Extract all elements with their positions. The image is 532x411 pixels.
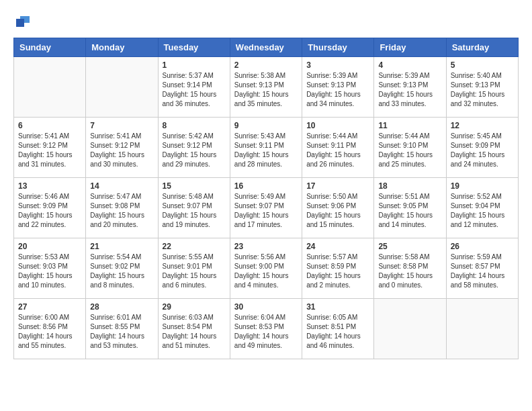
- calendar-cell: 11Sunrise: 5:44 AM Sunset: 9:10 PM Dayli…: [374, 118, 446, 178]
- calendar-cell: [374, 299, 446, 359]
- day-info: Sunrise: 6:04 AM Sunset: 8:53 PM Dayligh…: [234, 313, 298, 351]
- page-header: [13, 13, 519, 27]
- calendar-cell: 10Sunrise: 5:44 AM Sunset: 9:11 PM Dayli…: [302, 118, 374, 178]
- calendar-cell: 27Sunrise: 6:00 AM Sunset: 8:56 PM Dayli…: [14, 299, 86, 359]
- day-number: 8: [163, 121, 226, 130]
- calendar-cell: 24Sunrise: 5:57 AM Sunset: 8:59 PM Dayli…: [302, 238, 374, 299]
- day-number: 1: [163, 60, 226, 70]
- day-number: 25: [378, 242, 441, 251]
- day-number: 27: [18, 302, 81, 312]
- calendar-cell: [446, 299, 518, 359]
- day-number: 23: [234, 242, 298, 251]
- day-info: Sunrise: 6:00 AM Sunset: 8:56 PM Dayligh…: [18, 313, 81, 351]
- day-number: 2: [234, 60, 298, 70]
- calendar-cell: 31Sunrise: 6:05 AM Sunset: 8:51 PM Dayli…: [302, 299, 374, 359]
- calendar-cell: 2Sunrise: 5:38 AM Sunset: 9:13 PM Daylig…: [230, 57, 302, 118]
- day-number: 29: [163, 302, 226, 312]
- calendar-cell: 30Sunrise: 6:04 AM Sunset: 8:53 PM Dayli…: [230, 299, 302, 359]
- day-info: Sunrise: 5:39 AM Sunset: 9:13 PM Dayligh…: [378, 71, 441, 109]
- day-info: Sunrise: 5:39 AM Sunset: 9:13 PM Dayligh…: [306, 71, 369, 109]
- calendar-week-row: 27Sunrise: 6:00 AM Sunset: 8:56 PM Dayli…: [14, 299, 519, 359]
- calendar-table: SundayMondayTuesdayWednesdayThursdayFrid…: [13, 38, 519, 359]
- day-info: Sunrise: 5:44 AM Sunset: 9:11 PM Dayligh…: [306, 132, 369, 169]
- day-info: Sunrise: 5:53 AM Sunset: 9:03 PM Dayligh…: [18, 253, 81, 290]
- calendar-week-row: 6Sunrise: 5:41 AM Sunset: 9:12 PM Daylig…: [14, 118, 519, 178]
- day-info: Sunrise: 5:57 AM Sunset: 8:59 PM Dayligh…: [306, 253, 369, 290]
- calendar-cell: 29Sunrise: 6:03 AM Sunset: 8:54 PM Dayli…: [158, 299, 230, 359]
- calendar-cell: 8Sunrise: 5:42 AM Sunset: 9:12 PM Daylig…: [158, 118, 230, 178]
- calendar-cell: 14Sunrise: 5:47 AM Sunset: 9:08 PM Dayli…: [86, 178, 158, 238]
- day-number: 12: [451, 121, 514, 130]
- day-number: 13: [18, 181, 81, 191]
- day-number: 16: [234, 181, 298, 191]
- calendar-cell: [14, 57, 86, 118]
- day-number: 30: [234, 302, 298, 312]
- day-number: 3: [306, 60, 369, 70]
- calendar-cell: 20Sunrise: 5:53 AM Sunset: 9:03 PM Dayli…: [14, 238, 86, 299]
- day-of-week-header: Wednesday: [230, 38, 302, 57]
- day-number: 19: [451, 181, 514, 191]
- day-info: Sunrise: 5:42 AM Sunset: 9:12 PM Dayligh…: [163, 132, 226, 169]
- calendar-cell: 5Sunrise: 5:40 AM Sunset: 9:13 PM Daylig…: [446, 57, 518, 118]
- day-info: Sunrise: 5:56 AM Sunset: 9:00 PM Dayligh…: [234, 253, 298, 290]
- day-info: Sunrise: 6:03 AM Sunset: 8:54 PM Dayligh…: [163, 313, 226, 351]
- day-number: 11: [378, 121, 441, 130]
- calendar-week-row: 20Sunrise: 5:53 AM Sunset: 9:03 PM Dayli…: [14, 238, 519, 299]
- day-of-week-header: Saturday: [446, 38, 518, 57]
- logo-icon: [15, 13, 31, 30]
- calendar-cell: 3Sunrise: 5:39 AM Sunset: 9:13 PM Daylig…: [302, 57, 374, 118]
- day-info: Sunrise: 5:45 AM Sunset: 9:09 PM Dayligh…: [451, 132, 514, 169]
- day-info: Sunrise: 5:54 AM Sunset: 9:02 PM Dayligh…: [90, 253, 153, 290]
- day-info: Sunrise: 5:49 AM Sunset: 9:07 PM Dayligh…: [234, 192, 298, 230]
- day-number: 24: [306, 242, 369, 251]
- calendar-cell: 25Sunrise: 5:58 AM Sunset: 8:58 PM Dayli…: [374, 238, 446, 299]
- day-info: Sunrise: 5:55 AM Sunset: 9:01 PM Dayligh…: [163, 253, 226, 290]
- day-of-week-header: Sunday: [14, 38, 86, 57]
- day-info: Sunrise: 5:48 AM Sunset: 9:07 PM Dayligh…: [163, 192, 226, 230]
- day-info: Sunrise: 5:58 AM Sunset: 8:58 PM Dayligh…: [378, 253, 441, 290]
- calendar-cell: 17Sunrise: 5:50 AM Sunset: 9:06 PM Dayli…: [302, 178, 374, 238]
- calendar-cell: 28Sunrise: 6:01 AM Sunset: 8:55 PM Dayli…: [86, 299, 158, 359]
- calendar-week-row: 13Sunrise: 5:46 AM Sunset: 9:09 PM Dayli…: [14, 178, 519, 238]
- calendar-cell: 9Sunrise: 5:43 AM Sunset: 9:11 PM Daylig…: [230, 118, 302, 178]
- calendar-cell: 4Sunrise: 5:39 AM Sunset: 9:13 PM Daylig…: [374, 57, 446, 118]
- day-info: Sunrise: 5:41 AM Sunset: 9:12 PM Dayligh…: [18, 132, 81, 169]
- calendar-cell: 23Sunrise: 5:56 AM Sunset: 9:00 PM Dayli…: [230, 238, 302, 299]
- day-number: 17: [306, 181, 369, 191]
- calendar-cell: 1Sunrise: 5:37 AM Sunset: 9:14 PM Daylig…: [158, 57, 230, 118]
- day-number: 28: [90, 302, 153, 312]
- day-number: 6: [18, 121, 81, 130]
- day-number: 4: [378, 60, 441, 70]
- day-info: Sunrise: 5:43 AM Sunset: 9:11 PM Dayligh…: [234, 132, 298, 169]
- day-number: 22: [163, 242, 226, 251]
- day-number: 20: [18, 242, 81, 251]
- day-info: Sunrise: 5:44 AM Sunset: 9:10 PM Dayligh…: [378, 132, 441, 169]
- calendar-cell: 22Sunrise: 5:55 AM Sunset: 9:01 PM Dayli…: [158, 238, 230, 299]
- calendar-cell: 13Sunrise: 5:46 AM Sunset: 9:09 PM Dayli…: [14, 178, 86, 238]
- day-number: 21: [90, 242, 153, 251]
- calendar-cell: [86, 57, 158, 118]
- day-number: 18: [378, 181, 441, 191]
- day-number: 10: [306, 121, 369, 130]
- day-info: Sunrise: 5:59 AM Sunset: 8:57 PM Dayligh…: [451, 253, 514, 290]
- day-info: Sunrise: 5:52 AM Sunset: 9:04 PM Dayligh…: [451, 192, 514, 230]
- day-number: 14: [90, 181, 153, 191]
- calendar-cell: 12Sunrise: 5:45 AM Sunset: 9:09 PM Dayli…: [446, 118, 518, 178]
- day-info: Sunrise: 6:05 AM Sunset: 8:51 PM Dayligh…: [306, 313, 369, 351]
- day-info: Sunrise: 6:01 AM Sunset: 8:55 PM Dayligh…: [90, 313, 153, 351]
- day-number: 5: [451, 60, 514, 70]
- day-number: 31: [306, 302, 369, 312]
- calendar-cell: 15Sunrise: 5:48 AM Sunset: 9:07 PM Dayli…: [158, 178, 230, 238]
- day-number: 15: [163, 181, 226, 191]
- day-number: 9: [234, 121, 298, 130]
- logo: [13, 13, 31, 27]
- calendar-week-row: 1Sunrise: 5:37 AM Sunset: 9:14 PM Daylig…: [14, 57, 519, 118]
- day-info: Sunrise: 5:47 AM Sunset: 9:08 PM Dayligh…: [90, 192, 153, 230]
- calendar-cell: 21Sunrise: 5:54 AM Sunset: 9:02 PM Dayli…: [86, 238, 158, 299]
- day-info: Sunrise: 5:51 AM Sunset: 9:05 PM Dayligh…: [378, 192, 441, 230]
- day-number: 26: [451, 242, 514, 251]
- svg-marker-1: [16, 19, 24, 27]
- day-info: Sunrise: 5:41 AM Sunset: 9:12 PM Dayligh…: [90, 132, 153, 169]
- day-of-week-header: Monday: [86, 38, 158, 57]
- calendar-cell: 18Sunrise: 5:51 AM Sunset: 9:05 PM Dayli…: [374, 178, 446, 238]
